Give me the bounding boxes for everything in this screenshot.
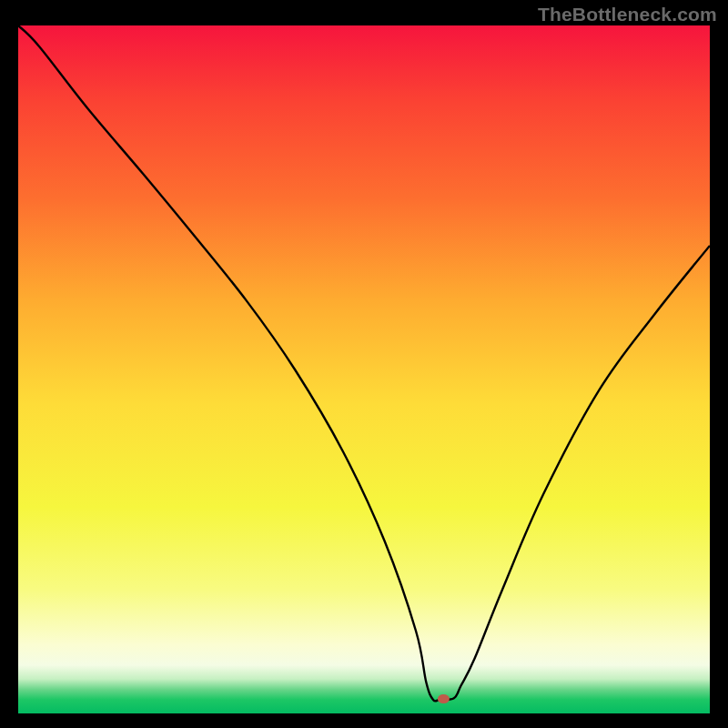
- chart-svg: [18, 25, 710, 713]
- gradient-bg: [18, 25, 710, 713]
- marker-dot: [438, 694, 450, 703]
- chart-frame: TheBottleneck.com: [0, 0, 728, 728]
- watermark-text: TheBottleneck.com: [538, 4, 717, 25]
- plot-area: [18, 25, 710, 713]
